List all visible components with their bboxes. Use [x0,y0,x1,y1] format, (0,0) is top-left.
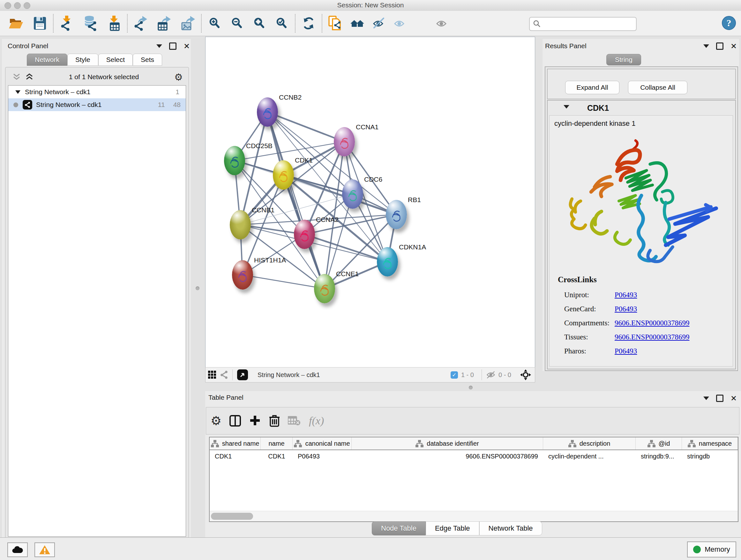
network-node-hist1h1a[interactable] [232,260,253,290]
column-header-canonical-name[interactable]: canonical name [293,437,352,449]
left-splitter-handle[interactable] [196,287,199,290]
network-node-ccna2[interactable] [294,220,315,249]
import-network-file-icon[interactable] [59,16,74,31]
selected-checkbox-icon[interactable]: ✓ [451,371,458,379]
zoom-selected-icon[interactable] [274,16,289,31]
close-panel-icon[interactable]: ✕ [731,43,737,50]
float-panel-icon[interactable] [169,43,177,50]
memory-status-dot [693,546,701,553]
cell-name[interactable]: CDK1 [261,450,293,462]
add-column-icon[interactable] [249,415,261,427]
close-panel-icon[interactable]: ✕ [184,43,190,50]
network-node-ccnb1[interactable] [230,210,251,240]
crosslink-link[interactable]: 9606.ENSP00000378699 [615,319,690,327]
fit-content-crosshair-icon[interactable] [520,369,532,381]
collapse-all-icon[interactable] [12,73,21,81]
column-header-database-identifier[interactable]: database identifier [352,437,543,449]
tab-edge-table[interactable]: Edge Table [426,521,479,536]
detach-view-icon[interactable] [237,369,248,380]
duplicate-network-icon[interactable] [328,16,343,31]
refresh-icon[interactable] [301,16,316,31]
cell-namespace[interactable]: stringdb [682,450,738,462]
panel-menu-icon[interactable] [703,44,709,51]
save-session-icon[interactable] [32,16,47,31]
export-network-icon[interactable] [133,16,148,31]
tab-network[interactable]: Network [27,54,67,66]
export-image-icon[interactable] [181,16,195,31]
function-builder-icon[interactable]: f(x) [309,415,324,427]
column-header--id[interactable]: @id [636,437,682,449]
network-options-gear-icon[interactable]: ⚙ [174,71,183,83]
column-header-name[interactable]: name [261,437,293,449]
delete-table-icon[interactable] [288,415,300,426]
import-network-database-icon[interactable] [83,16,98,31]
crosslink-link[interactable]: 9606.ENSP00000378699 [615,333,690,341]
node-label-hist1h1a: HIST1H1A [254,256,286,264]
network-node-cdkn1a[interactable] [377,247,398,276]
scrollbar-thumb[interactable] [211,513,253,520]
network-view-icon[interactable] [220,371,228,379]
network-view-canvas[interactable]: CCNB2CCNA1CDC25BCDK1CDC6RB1CCNB1CCNA2CDK… [205,37,535,368]
crosslink-link[interactable]: P06493 [615,305,637,313]
collapse-all-button[interactable]: Collapse All [628,81,687,94]
open-session-icon[interactable] [8,16,23,31]
crosslink-link[interactable]: P06493 [615,291,637,299]
network-node-ccna1[interactable] [334,127,355,157]
preview-eye-icon[interactable] [434,16,449,31]
show-all-icon[interactable] [392,16,407,31]
network-node-ccne1[interactable] [314,274,335,303]
zoom-in-icon[interactable] [207,16,222,31]
bottom-splitter-handle[interactable] [469,386,473,389]
import-table-file-icon[interactable] [107,16,121,31]
cell-canonical-name[interactable]: P06493 [293,450,352,462]
network-node-ccnb2[interactable] [257,98,278,127]
column-header-description[interactable]: description [543,437,636,449]
network-node-cdc6[interactable] [342,179,363,209]
cell--id[interactable]: stringdb:9... [636,450,682,462]
hide-selected-icon[interactable] [372,16,386,31]
tab-sets[interactable]: Sets [133,54,162,66]
search-input[interactable] [541,18,636,29]
grid-view-icon[interactable] [208,371,216,379]
collapse-caret-icon[interactable] [15,90,20,97]
first-neighbors-icon[interactable] [350,16,364,31]
network-node-cdk1[interactable] [273,160,294,190]
cell-database-identifier[interactable]: 9606.ENSP00000378699 [352,450,543,462]
column-header-shared-name[interactable]: shared name [210,437,261,449]
zoom-fit-icon[interactable] [252,16,267,31]
memory-button[interactable]: Memory [687,542,736,557]
network-collection-row[interactable]: String Network – cdk1 1 [8,85,186,98]
show-columns-icon[interactable] [229,415,241,427]
column-header-namespace[interactable]: namespace [682,437,738,449]
help-icon[interactable]: ? [722,16,736,30]
close-panel-icon[interactable]: ✕ [731,395,737,401]
delete-column-icon[interactable] [269,414,280,428]
expand-all-icon[interactable] [25,73,33,81]
table-options-gear-icon[interactable]: ⚙ [211,414,221,428]
zoom-out-icon[interactable] [230,16,245,31]
panel-menu-icon[interactable] [156,44,162,51]
expand-all-button[interactable]: Expand All [565,81,619,94]
network-node-cdc25b[interactable] [224,146,245,175]
table-row[interactable]: CDK1CDK1P064939606.ENSP00000378699cyclin… [210,450,738,462]
tab-network-table[interactable]: Network Table [479,521,542,536]
cell-shared-name[interactable]: CDK1 [210,450,261,462]
table-empty-area [210,462,738,511]
tab-string[interactable]: String [606,54,641,65]
tab-style[interactable]: Style [67,54,98,66]
crosslink-link[interactable]: P06493 [615,347,637,355]
network-node-rb1[interactable] [386,200,407,229]
warnings-button[interactable] [35,543,55,557]
cloud-status-button[interactable] [7,543,28,557]
network-row[interactable]: String Network – cdk1 11 48 [8,98,186,111]
collapse-entry-icon[interactable] [563,105,569,111]
tab-select[interactable]: Select [98,54,133,66]
float-panel-icon[interactable] [716,395,724,402]
panel-menu-icon[interactable] [703,396,709,403]
export-table-icon[interactable] [157,16,172,31]
node-result-entry: CDK1 cyclin-dependent kinase 1 [547,100,736,369]
tab-node-table[interactable]: Node Table [372,521,426,536]
cell-description[interactable]: cyclin-dependent ... [543,450,636,462]
hidden-eye-icon[interactable] [486,371,495,379]
float-panel-icon[interactable] [716,43,724,50]
